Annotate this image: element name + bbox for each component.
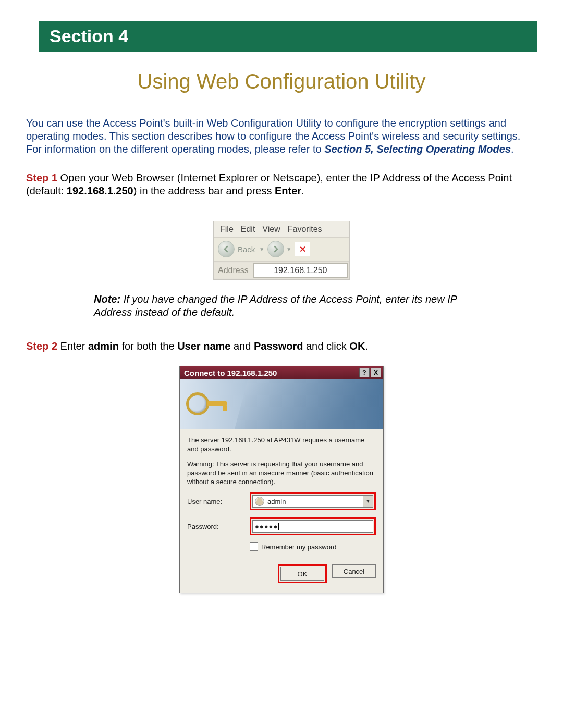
step-2-t2: for both the xyxy=(119,340,177,352)
back-dropdown-icon[interactable]: ▼ xyxy=(259,246,264,252)
menu-file[interactable]: File xyxy=(220,225,234,234)
browser-menu-bar: File Edit View Favorites xyxy=(214,221,349,238)
back-button[interactable] xyxy=(218,241,235,257)
auth-dialog: Connect to 192.168.1.250 ? X The server … xyxy=(179,366,384,593)
step-1: Step 1 Open your Web Browser (Internet E… xyxy=(26,171,537,198)
dialog-titlebar: Connect to 192.168.1.250 ? X xyxy=(180,366,383,379)
step-2-pass: Password xyxy=(254,340,303,352)
step-2-admin: admin xyxy=(88,340,119,352)
step-2-t4: and click xyxy=(303,340,349,352)
dialog-banner xyxy=(180,379,383,429)
note-text: If you have changed the IP Address of th… xyxy=(94,293,457,318)
username-dropdown-icon[interactable]: ▼ xyxy=(363,496,373,507)
password-input[interactable]: ●●●●● xyxy=(252,520,373,533)
keys-icon xyxy=(186,392,227,415)
dialog-msg-2: Warning: This server is requesting that … xyxy=(187,460,376,487)
browser-toolbar-figure: File Edit View Favorites Back ▼ ▼ ✕ Addr… xyxy=(213,221,350,280)
password-value: ●●●●● xyxy=(255,523,278,530)
arrow-right-icon xyxy=(272,245,279,253)
back-label: Back xyxy=(238,245,255,254)
step-1-enter: Enter xyxy=(275,185,301,196)
remember-label: Remember my password xyxy=(261,543,337,551)
close-button[interactable]: X xyxy=(371,368,381,377)
password-label: Password: xyxy=(187,523,250,530)
dialog-title-text: Connect to 192.168.1.250 xyxy=(184,368,277,377)
address-label: Address xyxy=(214,263,253,278)
cross-ref-link[interactable]: Section 5, Selecting Operating Modes xyxy=(324,143,511,155)
ok-highlight: OK xyxy=(278,564,327,583)
forward-dropdown-icon[interactable]: ▼ xyxy=(286,246,291,252)
cancel-button[interactable]: Cancel xyxy=(332,564,376,578)
step-1-text-c: . xyxy=(301,185,304,196)
password-highlight: ●●●●● xyxy=(250,517,376,535)
note-label: Note: xyxy=(94,293,120,305)
dialog-msg-1: The server 192.168.1.250 at AP431W requi… xyxy=(187,436,376,454)
step-2-ok: OK xyxy=(349,340,365,352)
dialog-body: The server 192.168.1.250 at AP431W requi… xyxy=(180,429,383,593)
remember-row: Remember my password xyxy=(250,542,376,551)
username-input[interactable]: admin ▼ xyxy=(252,495,373,508)
help-button[interactable]: ? xyxy=(359,368,370,377)
step-2-t5: . xyxy=(365,340,368,352)
username-highlight: admin ▼ xyxy=(250,492,376,510)
ok-button[interactable]: OK xyxy=(280,567,324,581)
step-2-t1: Enter xyxy=(57,340,88,352)
step-2-t3: and xyxy=(230,340,253,352)
step-1-text-b: ) in the address bar and press xyxy=(133,185,275,196)
username-value: admin xyxy=(267,498,286,505)
address-input[interactable]: 192.168.1.250 xyxy=(253,263,348,278)
step-2-label: Step 2 xyxy=(26,340,57,352)
arrow-left-icon xyxy=(223,245,230,253)
menu-view[interactable]: View xyxy=(262,225,280,234)
browser-nav-toolbar: Back ▼ ▼ ✕ xyxy=(214,238,349,261)
browser-address-row: Address 192.168.1.250 xyxy=(214,261,349,279)
user-icon xyxy=(255,497,264,506)
username-label: User name: xyxy=(187,498,250,505)
stop-x-icon: ✕ xyxy=(299,244,306,254)
section-header: Section 4 xyxy=(39,21,537,52)
remember-checkbox[interactable] xyxy=(250,542,258,551)
text-caret xyxy=(278,523,279,530)
step-1-label: Step 1 xyxy=(26,172,57,183)
menu-edit[interactable]: Edit xyxy=(241,225,255,234)
forward-button[interactable] xyxy=(267,241,284,257)
intro-paragraph: You can use the Access Point's built-in … xyxy=(26,117,537,156)
page-title: Using Web Configuration Utility xyxy=(26,70,537,93)
stop-button[interactable]: ✕ xyxy=(295,242,310,256)
step-2: Step 2 Enter admin for both the User nam… xyxy=(26,340,537,353)
step-2-user: User name xyxy=(177,340,230,352)
intro-tail: . xyxy=(511,143,514,155)
note-block: Note: If you have changed the IP Address… xyxy=(94,293,469,319)
step-1-ip: 192.168.1.250 xyxy=(67,185,133,196)
menu-favorites[interactable]: Favorites xyxy=(288,225,322,234)
